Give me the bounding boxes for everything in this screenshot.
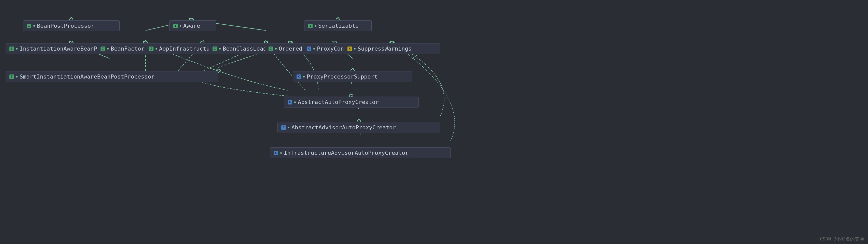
label-Serializable: Serializable: [318, 23, 359, 29]
label-AbstractAutoProxyCreator: AbstractAutoProxyCreator: [298, 99, 379, 105]
node-icon-Serializable: I: [308, 24, 313, 28]
dot-BeanPostProcessor: [33, 25, 35, 27]
node-AbstractAdvisorAutoProxyCreator: CAbstractAdvisorAutoProxyCreator: [277, 122, 440, 133]
node-icon-BeanPostProcessor: I: [27, 24, 31, 28]
dot-SmartInstantiationAwareBeanPostProcessor: [16, 76, 18, 77]
dot-InstantiationAwareBeanPostProcessor: [16, 48, 18, 49]
dot-ProxyConfig: [313, 48, 315, 49]
dot-ProxyProcessorSupport: [303, 76, 305, 77]
node-icon-BeanFactoryAware: I: [100, 46, 105, 51]
node-BeanPostProcessor: IBeanPostProcessor: [23, 20, 120, 31]
dot-Aware: [180, 25, 181, 27]
dot-AbstractAutoProxyCreator: [294, 101, 296, 103]
node-InfrastructureAdvisorAutoProxyCreator: CInfrastructureAdvisorAutoProxyCreator: [270, 147, 451, 158]
watermark: CSDN @不知名的艾坤: [820, 236, 864, 242]
node-icon-SuppressWarnings: A: [347, 46, 352, 51]
label-SmartInstantiationAwareBeanPostProcessor: SmartInstantiationAwareBeanPostProcessor: [20, 73, 155, 80]
node-Serializable: ISerializable: [304, 20, 372, 31]
node-icon-ProxyConfig: C: [307, 46, 311, 51]
node-icon-BeanClassLoaderAware: I: [213, 46, 217, 51]
label-Aware: Aware: [183, 23, 200, 29]
node-icon-Ordered: I: [269, 46, 273, 51]
node-icon-AbstractAdvisorAutoProxyCreator: C: [281, 125, 286, 130]
dot-AbstractAdvisorAutoProxyCreator: [288, 127, 289, 128]
dot-InfrastructureAdvisorAutoProxyCreator: [280, 152, 282, 154]
label-ProxyProcessorSupport: ProxyProcessorSupport: [307, 73, 377, 80]
dot-BeanClassLoaderAware: [219, 48, 221, 49]
dot-Ordered: [275, 48, 277, 49]
label-SuppressWarnings: SuppressWarnings: [358, 45, 412, 52]
label-AbstractAdvisorAutoProxyCreator: AbstractAdvisorAutoProxyCreator: [291, 124, 396, 131]
node-icon-InstantiationAwareBeanPostProcessor: I: [9, 46, 14, 51]
node-icon-AopInfrastructureBean: I: [149, 46, 154, 51]
dot-BeanFactoryAware: [107, 48, 109, 49]
node-SuppressWarnings: ASuppressWarnings: [344, 43, 440, 54]
label-InfrastructureAdvisorAutoProxyCreator: InfrastructureAdvisorAutoProxyCreator: [284, 150, 408, 156]
dot-Serializable: [315, 25, 316, 27]
diagram-container: IBeanPostProcessorIAwareISerializableIIn…: [0, 0, 868, 244]
dot-AopInfrastructureBean: [156, 48, 157, 49]
node-icon-AbstractAutoProxyCreator: C: [288, 100, 292, 104]
node-icon-Aware: I: [173, 24, 178, 28]
label-BeanPostProcessor: BeanPostProcessor: [37, 23, 94, 29]
node-icon-SmartInstantiationAwareBeanPostProcessor: I: [9, 74, 14, 79]
node-SmartInstantiationAwareBeanPostProcessor: ISmartInstantiationAwareBeanPostProcesso…: [6, 71, 218, 82]
node-icon-InfrastructureAdvisorAutoProxyCreator: C: [274, 151, 278, 155]
node-icon-ProxyProcessorSupport: C: [297, 74, 301, 79]
node-ProxyProcessorSupport: CProxyProcessorSupport: [293, 71, 412, 82]
node-AbstractAutoProxyCreator: CAbstractAutoProxyCreator: [284, 97, 419, 107]
label-Ordered: Ordered: [279, 45, 302, 52]
dot-SuppressWarnings: [354, 48, 355, 49]
node-Aware: IAware: [169, 20, 216, 31]
